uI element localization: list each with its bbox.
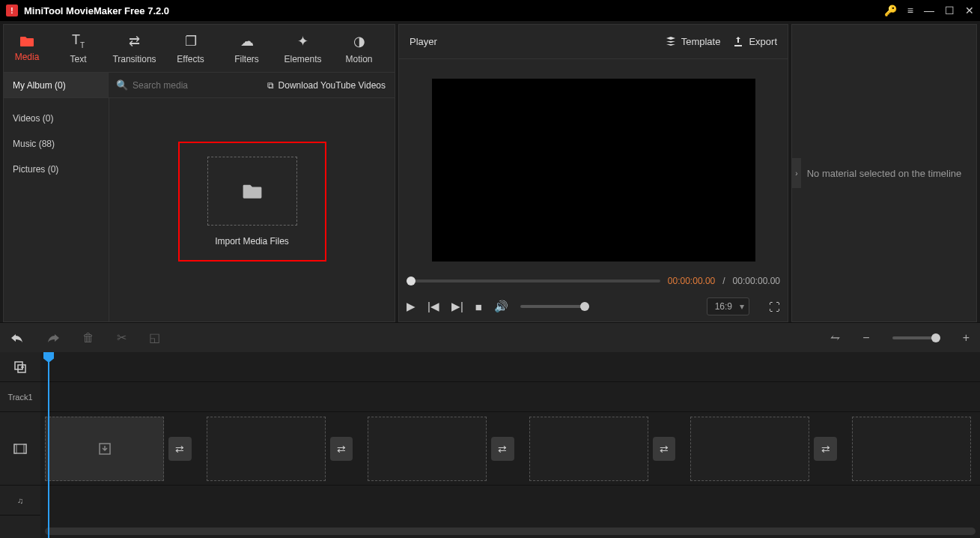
export-button[interactable]: Export — [732, 36, 777, 48]
svg-rect-1 — [18, 365, 25, 372]
search-box[interactable]: 🔍 — [109, 79, 258, 91]
menu-icon[interactable]: ≡ — [907, 4, 913, 16]
tracks-area[interactable]: ⇄ ⇄ ⇄ ⇄ ⇄ — [40, 352, 980, 538]
clip-slot-5[interactable] — [690, 417, 809, 481]
template-label: Template — [681, 36, 721, 47]
tab-elements-label: Elements — [284, 54, 321, 64]
clip-slot-1[interactable] — [45, 417, 164, 481]
time-total: 00:00:00.00 — [733, 276, 780, 286]
clip-slot-2[interactable] — [207, 417, 326, 481]
transition-slot-4[interactable]: ⇄ — [653, 437, 675, 461]
template-button[interactable]: Template — [665, 36, 721, 48]
download-youtube-button[interactable]: ⧉ Download YouTube Videos — [258, 80, 395, 91]
player-panel: Player Template Export 00:00:00.00 / — [398, 24, 788, 322]
folder-icon — [19, 35, 34, 47]
clip-slot-3[interactable] — [368, 417, 487, 481]
aspect-ratio-select[interactable]: 16:9 — [707, 297, 749, 315]
import-clip-icon — [98, 442, 112, 456]
volume-icon[interactable]: 🔊 — [494, 300, 508, 313]
split-button[interactable]: ✂ — [117, 330, 127, 345]
redo-button[interactable] — [46, 333, 60, 343]
video-track-icon[interactable] — [0, 412, 40, 486]
track-labels: Track1 ♫ — [0, 352, 40, 538]
tab-elements[interactable]: ✦ Elements — [275, 25, 331, 72]
transition-slot-1[interactable]: ⇄ — [168, 437, 191, 461]
transition-slot-2[interactable]: ⇄ — [330, 437, 353, 461]
download-icon: ⧉ — [267, 80, 274, 91]
aspect-ratio-value: 16:9 — [715, 301, 732, 312]
minimize-button[interactable]: — — [924, 4, 934, 16]
zoom-head[interactable] — [931, 333, 940, 342]
video-track[interactable]: ⇄ ⇄ ⇄ ⇄ ⇄ — [40, 412, 980, 486]
tab-filters[interactable]: ☁ Filters — [219, 25, 275, 72]
time-separator: / — [722, 276, 725, 286]
track1-label[interactable]: Track1 — [0, 382, 40, 412]
playhead[interactable] — [48, 352, 49, 538]
volume-slider[interactable] — [520, 305, 589, 308]
tab-text-label: Text — [70, 54, 86, 64]
import-dropzone[interactable] — [207, 157, 297, 226]
seek-slider[interactable] — [407, 279, 660, 282]
category-pictures[interactable]: Pictures (0) — [4, 157, 109, 182]
fit-timeline-button[interactable]: ⥊ — [830, 330, 840, 345]
tab-motion[interactable]: ◑ Motion — [331, 25, 387, 72]
album-tab[interactable]: My Album (0) — [4, 73, 109, 97]
export-label: Export — [749, 36, 777, 47]
transition-slot-3[interactable]: ⇄ — [491, 437, 514, 461]
tab-media[interactable]: Media — [4, 25, 50, 72]
clip-slot-4[interactable] — [529, 417, 648, 481]
seek-head[interactable] — [407, 276, 416, 285]
timeline: Track1 ♫ ⇄ ⇄ ⇄ ⇄ ⇄ — [0, 352, 980, 538]
tab-media-label: Media — [15, 52, 40, 62]
player-title: Player — [410, 36, 653, 47]
import-label: Import Media Files — [215, 236, 289, 247]
zoom-slider[interactable] — [892, 336, 940, 339]
media-categories: Videos (0) Music (88) Pictures (0) — [4, 98, 109, 321]
media-panel: Media TT Text ⇄ Transitions ❐ Effects ☁ … — [3, 24, 395, 322]
media-subbar: My Album (0) 🔍 ⧉ Download YouTube Videos — [4, 73, 395, 98]
tab-transitions[interactable]: ⇄ Transitions — [106, 25, 162, 72]
key-icon[interactable]: 🔑 — [884, 4, 897, 16]
category-videos[interactable]: Videos (0) — [4, 106, 109, 131]
timeline-scrollbar[interactable] — [45, 528, 976, 535]
play-button[interactable]: ▶ — [407, 300, 416, 313]
top-tabs: Media TT Text ⇄ Transitions ❐ Effects ☁ … — [4, 25, 395, 73]
timeline-toolbar: 🗑 ✂ ◱ ⥊ − + — [0, 322, 980, 352]
svg-rect-0 — [15, 362, 22, 369]
svg-rect-4 — [24, 444, 26, 453]
maximize-button[interactable]: ☐ — [945, 4, 955, 16]
tab-transitions-label: Transitions — [112, 54, 156, 64]
video-canvas[interactable] — [432, 79, 755, 262]
folder-icon — [242, 183, 263, 199]
close-button[interactable]: ✕ — [965, 4, 974, 16]
stop-button[interactable]: ■ — [475, 300, 482, 313]
tab-text[interactable]: TT Text — [50, 25, 106, 72]
audio-track-icon[interactable]: ♫ — [0, 486, 40, 516]
album-label: My Album (0) — [13, 80, 66, 91]
zoom-out-button[interactable]: − — [862, 331, 869, 345]
properties-placeholder: No material selected on the timeline — [797, 168, 973, 179]
crop-button[interactable]: ◱ — [149, 330, 160, 345]
time-current: 00:00:00.00 — [668, 276, 715, 286]
category-music[interactable]: Music (88) — [4, 131, 109, 157]
tab-effects[interactable]: ❐ Effects — [162, 25, 219, 72]
search-input[interactable] — [133, 80, 222, 91]
transition-slot-5[interactable]: ⇄ — [814, 437, 836, 461]
collapse-panel-button[interactable]: › — [792, 158, 801, 188]
text-icon: TT — [72, 32, 85, 49]
import-media-button[interactable]: Import Media Files — [178, 142, 326, 262]
zoom-in-button[interactable]: + — [963, 331, 970, 345]
delete-button[interactable]: 🗑 — [82, 331, 94, 345]
clip-slot-6[interactable] — [852, 417, 971, 481]
track1-row[interactable] — [40, 382, 980, 412]
prev-frame-button[interactable]: |◀ — [427, 300, 439, 313]
tab-motion-label: Motion — [345, 54, 372, 64]
motion-icon: ◑ — [353, 33, 365, 49]
add-track-button[interactable] — [0, 352, 40, 382]
undo-button[interactable] — [10, 333, 24, 343]
time-ruler[interactable] — [40, 352, 980, 382]
svg-rect-2 — [14, 444, 26, 453]
volume-head[interactable] — [580, 302, 589, 311]
fullscreen-button[interactable]: ⛶ — [769, 300, 780, 313]
next-frame-button[interactable]: ▶| — [451, 300, 463, 313]
